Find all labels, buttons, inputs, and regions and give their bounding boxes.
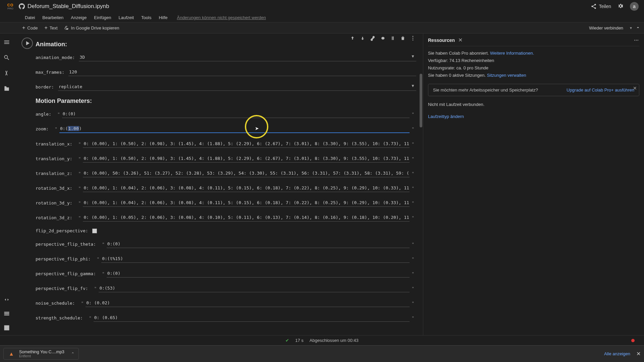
open-quote: " <box>89 315 92 320</box>
link-icon[interactable] <box>370 36 375 41</box>
move-up-icon[interactable] <box>350 36 355 41</box>
download-item[interactable]: ▲ Something You C....mp3 Entfernt ⌃ <box>3 348 79 360</box>
add-code-button[interactable]: +Code <box>19 24 41 32</box>
input-perspective-flip-gamma[interactable] <box>107 269 410 278</box>
user-avatar[interactable]: a <box>630 2 639 11</box>
resources-close-button[interactable]: ✕ <box>458 37 463 43</box>
row-translation-y: translation_y: " " <box>36 155 416 163</box>
input-zoom[interactable]: 0:(1.00) <box>59 125 410 133</box>
reconnect-dropdown[interactable]: ▼ <box>629 26 633 30</box>
menu-hilfe[interactable]: Hilfe <box>155 14 171 21</box>
download-caret[interactable]: ⌃ <box>71 352 74 356</box>
res-line1-text: Sie haben Colab Pro abonniert. <box>428 51 490 56</box>
terminal-icon[interactable] <box>3 324 10 331</box>
row-translation-z: translation_z: " " <box>36 169 416 177</box>
code-snippets-icon[interactable] <box>3 296 10 303</box>
reconnect-button[interactable]: Wieder verbinden <box>586 24 627 32</box>
recording-indicator <box>631 339 635 342</box>
open-quote: " <box>78 200 81 205</box>
input-noise-schedule[interactable] <box>86 299 410 307</box>
cell-settings-icon[interactable] <box>380 36 385 41</box>
row-strength-schedule: strength_schedule: " " <box>36 314 416 322</box>
input-perspective-flip-fv[interactable] <box>99 284 410 292</box>
menu-bearbeiten[interactable]: Bearbeiten <box>39 14 67 21</box>
label-flip-2d-perspective: flip_2d_perspective: <box>36 228 88 233</box>
input-max-frames[interactable] <box>68 68 416 76</box>
variables-icon[interactable] <box>3 70 10 76</box>
res-line4-text: Sie haben 0 aktive Sitzungen. <box>428 73 487 78</box>
label-noise-schedule: noise_schedule: <box>36 301 75 306</box>
menu-laufzeit[interactable]: Laufzeit <box>115 14 138 21</box>
input-angle[interactable] <box>62 110 410 118</box>
row-border: border: ▼ <box>36 83 416 91</box>
show-all-downloads[interactable]: Alle anzeigen <box>604 351 630 356</box>
input-translation-x[interactable] <box>83 140 410 148</box>
input-translation-y[interactable] <box>83 155 410 163</box>
files-icon[interactable] <box>3 85 10 92</box>
document-title[interactable]: Deforum_Stable_Diffusion.ipynb <box>28 3 109 10</box>
input-perspective-flip-phi[interactable] <box>101 255 410 263</box>
disconnected-text: Nicht mit Laufzeit verbunden. <box>428 101 639 108</box>
run-cell-button[interactable] <box>21 38 33 49</box>
row-perspective-flip-theta: perspective_flip_theta: " " <box>36 240 416 248</box>
check-icon: ✔ <box>285 338 289 343</box>
close-quote: " <box>412 171 414 176</box>
upgrade-close-button[interactable]: ✕ <box>633 85 637 91</box>
open-quote: " <box>57 112 60 117</box>
upgrade-link[interactable]: Upgrade auf Colab Pro+ ausführen <box>567 87 634 93</box>
row-max-frames: max_frames: <box>36 68 416 76</box>
copy-to-drive-button[interactable]: In Google Drive kopieren <box>61 24 123 32</box>
zoom-prefix: 0:( <box>60 126 68 131</box>
close-shelf-button[interactable]: ✕ <box>636 351 641 357</box>
more-info-link[interactable]: Weitere Informationen. <box>490 51 534 56</box>
unsaved-warning[interactable]: Änderungen können nicht gespeichert werd… <box>173 14 269 21</box>
share-icon <box>591 3 597 9</box>
cursor-icon: ➤ <box>255 126 259 131</box>
more-icon[interactable] <box>410 36 416 41</box>
menu-einfuegen[interactable]: Einfügen <box>91 14 114 21</box>
label-rotation-3d-z: rotation_3d_z: <box>36 215 72 220</box>
command-palette-icon[interactable] <box>3 310 10 317</box>
menu-anzeige[interactable]: Anzeige <box>67 14 90 21</box>
manage-sessions-link[interactable]: Sitzungen verwalten <box>487 73 526 78</box>
input-perspective-flip-theta[interactable] <box>107 240 410 248</box>
toc-icon[interactable] <box>3 39 10 46</box>
open-quote: " <box>97 256 99 261</box>
input-rotation-3d-x[interactable] <box>83 184 410 192</box>
label-animation-mode: animation_mode: <box>36 55 75 60</box>
section-animation-heading: Animation: <box>36 41 416 48</box>
open-quote: " <box>102 242 105 247</box>
label-rotation-3d-x: rotation_3d_x: <box>36 186 72 191</box>
delete-icon[interactable] <box>400 36 406 41</box>
input-rotation-3d-y[interactable] <box>83 199 410 207</box>
resources-more-button[interactable]: ⋯ <box>634 38 639 43</box>
main-area: Animation: animation_mode: ▼ max_frames:… <box>0 34 644 335</box>
label-perspective-flip-theta: perspective_flip_theta: <box>36 242 96 247</box>
change-runtime-link[interactable]: Laufzeittyp ändern <box>428 114 464 119</box>
menu-tools[interactable]: Tools <box>138 14 155 21</box>
status-bar: ✔ 17 s Abgeschlossen um 00:43 <box>0 335 644 345</box>
move-down-icon[interactable] <box>360 36 365 41</box>
toggle-header-button[interactable] <box>635 25 641 31</box>
input-border[interactable] <box>58 83 416 91</box>
settings-button[interactable] <box>617 3 624 10</box>
menu-datei[interactable]: Datei <box>21 14 38 21</box>
label-border: border: <box>36 84 54 89</box>
input-rotation-3d-z[interactable] <box>83 214 410 222</box>
open-quote: " <box>78 215 81 220</box>
input-strength-schedule[interactable] <box>94 314 410 322</box>
add-code-label: Code <box>27 25 38 31</box>
input-translation-z[interactable] <box>83 169 410 177</box>
close-quote: " <box>412 271 414 276</box>
mirror-icon[interactable] <box>390 36 395 41</box>
upgrade-callout: Sie möchten mehr Arbeitsspeicher und Spe… <box>428 84 639 96</box>
input-animation-mode[interactable] <box>79 53 416 61</box>
row-angle: angle: " " <box>36 110 416 118</box>
share-button[interactable]: Teilen <box>591 3 611 9</box>
share-label: Teilen <box>599 4 611 9</box>
checkbox-flip-2d-perspective[interactable] <box>92 229 97 233</box>
search-icon[interactable] <box>3 54 10 61</box>
close-quote: " <box>412 286 414 291</box>
resources-header: Ressourcen ✕ ⋯ <box>428 37 639 46</box>
add-text-button[interactable]: +Text <box>41 24 61 32</box>
